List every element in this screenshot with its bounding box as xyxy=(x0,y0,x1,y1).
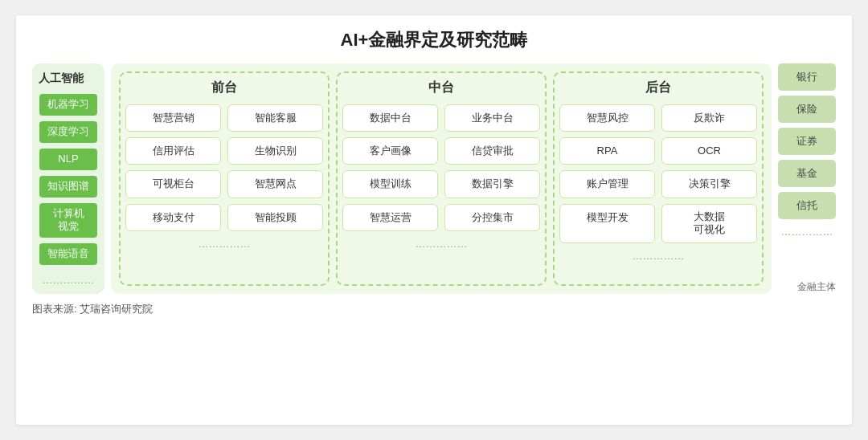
ai-section: 人工智能 机器学习 深度学习 NLP 知识图谱 计算机视觉 智能语音 …………… xyxy=(32,63,104,294)
ai-tag-4: 计算机视觉 xyxy=(39,203,97,238)
content-area: 人工智能 机器学习 深度学习 NLP 知识图谱 计算机视觉 智能语音 ……………… xyxy=(32,63,836,294)
ai-tag-3: 知识图谱 xyxy=(39,176,97,198)
column-middle-grid: 数据中台 业务中台 客户画像 信贷审批 模型训练 数据引擎 智慧运营 分控集市 xyxy=(342,104,540,231)
mid-item-4: 模型训练 xyxy=(342,170,438,198)
column-back-grid: 智慧风控 反欺诈 RPA OCR 账户管理 决策引擎 模型开发 大数据可视化 xyxy=(559,104,757,243)
back-item-4: 账户管理 xyxy=(559,170,655,198)
finance-tag-1: 保险 xyxy=(778,96,836,123)
front-item-7: 智能投顾 xyxy=(227,204,323,231)
back-item-1: 反欺诈 xyxy=(661,104,757,132)
back-item-3: OCR xyxy=(661,137,757,165)
column-middle: 中台 数据中台 业务中台 客户画像 信贷审批 模型训练 数据引擎 智慧运营 分控… xyxy=(336,71,547,286)
ai-tag-1: 深度学习 xyxy=(39,121,97,143)
middle-section: 前台 智慧营销 智能客服 信用评估 生物识别 可视柜台 智慧网点 移动支付 智能… xyxy=(111,63,772,294)
finance-label: 金融主体 xyxy=(778,275,836,294)
front-item-6: 移动支付 xyxy=(125,204,221,231)
ai-tag-0: 机器学习 xyxy=(39,94,97,116)
ai-tag-5: 智能语音 xyxy=(39,243,97,265)
back-item-7: 大数据可视化 xyxy=(661,204,757,244)
ai-section-title: 人工智能 xyxy=(39,71,84,86)
column-back-title: 后台 xyxy=(645,79,671,96)
back-item-0: 智慧风控 xyxy=(559,104,655,132)
column-middle-title: 中台 xyxy=(428,79,454,96)
mid-dots: …………… xyxy=(416,238,468,250)
finance-tag-3: 基金 xyxy=(778,160,836,187)
back-dots: …………… xyxy=(633,250,685,262)
front-item-0: 智慧营销 xyxy=(125,104,221,132)
mid-item-2: 客户画像 xyxy=(342,137,438,165)
front-item-1: 智能客服 xyxy=(227,104,323,132)
source-text: 图表来源: 艾瑞咨询研究院 xyxy=(32,302,836,316)
mid-item-6: 智慧运营 xyxy=(342,204,438,231)
front-item-5: 智慧网点 xyxy=(227,170,323,198)
finance-tag-2: 证券 xyxy=(778,128,836,155)
front-dots: …………… xyxy=(199,238,251,250)
column-back: 后台 智慧风控 反欺诈 RPA OCR 账户管理 决策引擎 模型开发 大数据可视… xyxy=(553,71,764,286)
page-title: AI+金融界定及研究范畴 xyxy=(32,28,836,52)
ai-dots: …………… xyxy=(43,274,95,286)
mid-item-3: 信贷审批 xyxy=(444,137,540,165)
finance-section: 银行 保险 证券 基金 信托 …………… 金融主体 xyxy=(778,63,836,294)
main-card: AI+金融界定及研究范畴 人工智能 机器学习 深度学习 NLP 知识图谱 计算机… xyxy=(16,15,852,425)
column-front: 前台 智慧营销 智能客服 信用评估 生物识别 可视柜台 智慧网点 移动支付 智能… xyxy=(119,71,330,286)
front-item-3: 生物识别 xyxy=(227,137,323,165)
finance-tag-4: 信托 xyxy=(778,192,836,219)
back-item-6: 模型开发 xyxy=(559,204,655,244)
mid-item-1: 业务中台 xyxy=(444,104,540,132)
ai-tag-2: NLP xyxy=(39,149,97,170)
mid-item-5: 数据引擎 xyxy=(444,170,540,198)
front-item-2: 信用评估 xyxy=(125,137,221,165)
finance-dots: …………… xyxy=(778,226,836,238)
front-item-4: 可视柜台 xyxy=(125,170,221,198)
column-front-title: 前台 xyxy=(211,79,237,96)
back-item-5: 决策引擎 xyxy=(661,170,757,198)
mid-item-7: 分控集市 xyxy=(444,204,540,231)
back-item-2: RPA xyxy=(559,137,655,165)
mid-item-0: 数据中台 xyxy=(342,104,438,132)
column-front-grid: 智慧营销 智能客服 信用评估 生物识别 可视柜台 智慧网点 移动支付 智能投顾 xyxy=(125,104,323,231)
finance-tag-0: 银行 xyxy=(778,63,836,91)
